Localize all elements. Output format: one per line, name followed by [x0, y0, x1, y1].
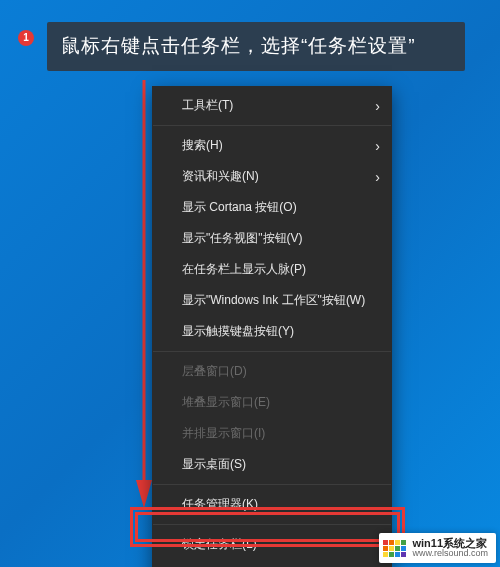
menu-label: 显示 Cortana 按钮(O) — [182, 199, 297, 216]
menu-label: 显示桌面(S) — [182, 456, 246, 473]
menu-separator — [153, 125, 391, 126]
menu-item-toolbars[interactable]: 工具栏(T) — [152, 90, 392, 121]
menu-item-taskbar-settings[interactable]: 任务栏设置(T) — [152, 560, 392, 567]
menu-item-news[interactable]: 资讯和兴趣(N) — [152, 161, 392, 192]
menu-item-stackh: 堆叠显示窗口(E) — [152, 387, 392, 418]
menu-item-show-desktop[interactable]: 显示桌面(S) — [152, 449, 392, 480]
watermark-text: win11系统之家 www.relsound.com — [412, 537, 488, 559]
menu-item-cascade: 层叠窗口(D) — [152, 356, 392, 387]
watermark: win11系统之家 www.relsound.com — [379, 533, 496, 563]
step-badge: 1 — [18, 30, 34, 46]
instruction-text: 鼠标右键点击任务栏，选择“任务栏设置” — [61, 35, 416, 56]
menu-label: 资讯和兴趣(N) — [182, 168, 259, 185]
menu-item-touchkb[interactable]: 显示触摸键盘按钮(Y) — [152, 316, 392, 347]
menu-label: 搜索(H) — [182, 137, 223, 154]
menu-label: 锁定任务栏(L) — [182, 536, 257, 553]
menu-label: 显示"Windows Ink 工作区"按钮(W) — [182, 292, 365, 309]
menu-item-stackv: 并排显示窗口(I) — [152, 418, 392, 449]
menu-label: 并排显示窗口(I) — [182, 425, 265, 442]
menu-label: 任务管理器(K) — [182, 496, 258, 513]
pointer-arrow — [134, 80, 154, 508]
menu-item-taskview[interactable]: 显示"任务视图"按钮(V) — [152, 223, 392, 254]
menu-label: 在任务栏上显示人脉(P) — [182, 261, 306, 278]
menu-separator — [153, 351, 391, 352]
menu-separator — [153, 524, 391, 525]
menu-item-taskmgr[interactable]: 任务管理器(K) — [152, 489, 392, 520]
watermark-logo-icon — [383, 540, 406, 557]
svg-marker-1 — [136, 480, 152, 508]
menu-item-search[interactable]: 搜索(H) — [152, 130, 392, 161]
watermark-line2: www.relsound.com — [412, 549, 488, 559]
menu-item-lock-taskbar[interactable]: 锁定任务栏(L) — [152, 529, 392, 560]
menu-label: 显示"任务视图"按钮(V) — [182, 230, 303, 247]
menu-item-ink[interactable]: 显示"Windows Ink 工作区"按钮(W) — [152, 285, 392, 316]
menu-label: 层叠窗口(D) — [182, 363, 247, 380]
menu-label: 工具栏(T) — [182, 97, 233, 114]
menu-label: 堆叠显示窗口(E) — [182, 394, 270, 411]
menu-item-people[interactable]: 在任务栏上显示人脉(P) — [152, 254, 392, 285]
menu-label: 显示触摸键盘按钮(Y) — [182, 323, 294, 340]
menu-separator — [153, 484, 391, 485]
taskbar-context-menu: 工具栏(T) 搜索(H) 资讯和兴趣(N) 显示 Cortana 按钮(O) 显… — [152, 86, 392, 567]
instruction-callout: 鼠标右键点击任务栏，选择“任务栏设置” — [47, 22, 465, 71]
menu-item-cortana[interactable]: 显示 Cortana 按钮(O) — [152, 192, 392, 223]
